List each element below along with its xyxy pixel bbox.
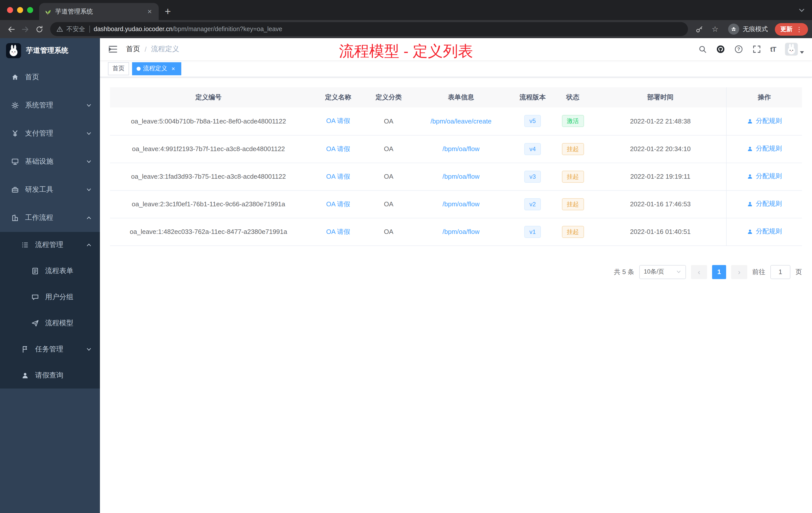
fullscreen-icon[interactable] [752, 45, 761, 54]
new-tab-button[interactable]: + [159, 3, 177, 20]
sidebar-item-流程表单[interactable]: 流程表单 [0, 258, 100, 284]
form-link[interactable]: /bpm/oa/flow [442, 145, 479, 153]
cell-definition-id: oa_leave:4:991f2193-7b7f-11ec-a3c8-acde4… [110, 135, 307, 163]
definition-name-link[interactable]: OA 请假 [326, 200, 350, 208]
version-tag: v4 [524, 143, 541, 155]
breadcrumb-item[interactable]: 首页 [126, 45, 140, 54]
search-icon[interactable] [698, 45, 707, 54]
update-label: 更新 [780, 25, 792, 33]
menu-label: 支付管理 [25, 129, 53, 138]
group-icon [31, 293, 39, 301]
prev-page-button[interactable]: ‹ [691, 265, 707, 279]
address-bar[interactable]: 不安全 dashboard.yudao.iocoder.cn/bpm/manag… [50, 22, 688, 36]
minimize-window-button[interactable] [17, 7, 23, 13]
browser-tab[interactable]: 芋道管理系统 × [39, 3, 159, 20]
tag-流程定义[interactable]: 流程定义× [132, 62, 181, 75]
form-link[interactable]: /bpm/oa/flow [442, 228, 479, 235]
cell-deploy-time: 2022-01-22 21:48:38 [594, 108, 726, 135]
assign-rule-button[interactable]: 分配规则 [747, 227, 782, 236]
sidebar-item-研发工具[interactable]: 研发工具 [0, 176, 100, 204]
assign-rule-button[interactable]: 分配规则 [747, 117, 782, 125]
sidebar-item-基础设施[interactable]: 基础设施 [0, 148, 100, 176]
form-link[interactable]: /bpm/oa/flow [442, 200, 479, 208]
table-row: oa_leave:3:1fad3d93-7b75-11ec-a3c8-acde4… [110, 163, 802, 190]
sidebar-item-系统管理[interactable]: 系统管理 [0, 91, 100, 119]
goto-page-input[interactable] [770, 265, 790, 279]
menu-label: 首页 [25, 73, 39, 82]
definition-name-link[interactable]: OA 请假 [326, 173, 350, 180]
column-header-id: 定义编号 [110, 87, 307, 108]
zoom-window-button[interactable] [27, 7, 33, 13]
cell-definition-id: oa_leave:1:482ec033-762a-11ec-8477-a2380… [110, 218, 307, 245]
cell-definition-name: OA 请假 [307, 163, 369, 190]
next-page-button[interactable]: › [731, 265, 747, 279]
github-icon[interactable] [716, 45, 725, 54]
assign-rule-button[interactable]: 分配规则 [747, 172, 782, 181]
page-size-select[interactable]: 10条/页 [639, 265, 686, 279]
incognito-label: 无痕模式 [743, 25, 768, 33]
sidebar-item-首页[interactable]: 首页 [0, 63, 100, 91]
cell-form-info: /bpm/oa/flow [408, 218, 514, 245]
form-link[interactable]: /bpm/oa/flow [442, 173, 479, 180]
incognito-badge: 无痕模式 [728, 24, 768, 35]
status-tag: 挂起 [562, 198, 584, 210]
toolbox-icon [11, 186, 19, 194]
form-link[interactable]: /bpm/oa/leave/create [431, 117, 492, 125]
help-icon[interactable]: ? [734, 45, 743, 54]
user-icon [747, 173, 753, 180]
menu-label: 基础设施 [25, 157, 53, 166]
tag-close-icon[interactable]: × [170, 65, 177, 72]
sidebar-item-支付管理[interactable]: 支付管理 [0, 119, 100, 148]
assign-rule-button[interactable]: 分配规则 [747, 200, 782, 209]
column-header-action: 操作 [727, 87, 802, 108]
sidebar-logo[interactable]: 芋道管理系统 [0, 38, 100, 63]
bookmark-star-icon[interactable]: ☆ [709, 25, 721, 34]
menu-label: 工作流程 [25, 213, 53, 222]
sidebar-item-任务管理[interactable]: 任务管理 [0, 336, 100, 362]
active-dot [137, 66, 141, 70]
reload-icon[interactable] [32, 22, 46, 36]
sidebar-item-用户分组[interactable]: 用户分组 [0, 284, 100, 310]
definition-name-link[interactable]: OA 请假 [326, 145, 350, 152]
tag-首页[interactable]: 首页 [108, 62, 129, 75]
cell-action: 分配规则 [727, 108, 802, 135]
cell-category: OA [369, 163, 408, 190]
menu-label: 研发工具 [25, 185, 53, 194]
cell-form-info: /bpm/oa/leave/create [408, 108, 514, 135]
tab-close-icon[interactable]: × [146, 7, 154, 16]
pagination: 共 5 条 10条/页 ‹ 1 › 前往 页 [110, 265, 802, 279]
page-number-1[interactable]: 1 [712, 265, 726, 279]
logo-title: 芋道管理系统 [26, 46, 68, 55]
back-icon[interactable] [4, 22, 18, 36]
breadcrumb-separator: / [145, 45, 147, 53]
sidebar-item-请假查询[interactable]: 请假查询 [0, 362, 100, 389]
column-header-status: 状态 [551, 87, 594, 108]
assign-rule-button[interactable]: 分配规则 [747, 144, 782, 153]
forward-icon[interactable] [18, 22, 32, 36]
kebab-menu-icon[interactable]: ⋮ [796, 25, 803, 33]
close-window-button[interactable] [7, 7, 13, 13]
chevron-up-icon [86, 242, 92, 248]
sidebar-item-流程管理[interactable]: 流程管理 [0, 232, 100, 258]
cell-status: 挂起 [551, 190, 594, 218]
definition-table: 定义编号定义名称定义分类表单信息流程版本状态部署时间操作 oa_leave:5:… [110, 87, 802, 246]
column-header-version: 流程版本 [514, 87, 551, 108]
definition-name-link[interactable]: OA 请假 [326, 117, 350, 125]
user-icon [747, 146, 753, 152]
hamburger-icon[interactable] [108, 44, 118, 54]
user-menu[interactable] [785, 43, 804, 56]
definition-name-link[interactable]: OA 请假 [326, 228, 350, 235]
tab-search-chevron-icon[interactable] [798, 0, 806, 20]
breadcrumb: 首页/流程定义 [126, 45, 179, 54]
menu-label: 用户分组 [45, 293, 73, 302]
sidebar-item-工作流程[interactable]: 工作流程 [0, 204, 100, 232]
sidebar-item-流程模型[interactable]: 流程模型 [0, 310, 100, 336]
cell-action: 分配规则 [727, 190, 802, 218]
cell-definition-name: OA 请假 [307, 135, 369, 163]
update-browser-button[interactable]: 更新 ⋮ [775, 23, 808, 35]
password-key-icon[interactable] [692, 22, 706, 36]
cell-definition-name: OA 请假 [307, 218, 369, 245]
cell-version: v3 [514, 163, 551, 190]
font-size-icon[interactable]: tT [770, 45, 776, 53]
page-content: 定义编号定义名称定义分类表单信息流程版本状态部署时间操作 oa_leave:5:… [100, 77, 812, 513]
